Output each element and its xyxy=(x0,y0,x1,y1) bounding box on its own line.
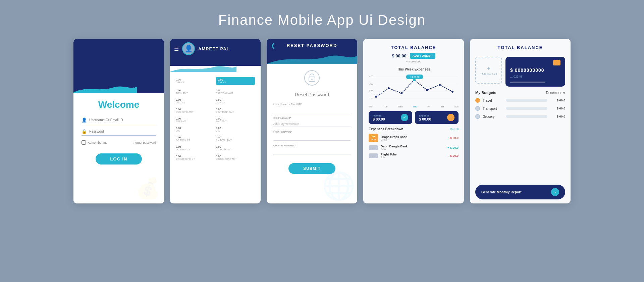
screen-budgets: TOTAL BALANCE + +Add your Card $ 0000000… xyxy=(470,39,571,203)
breakdown-date-1: 20Nov xyxy=(369,134,378,142)
email-input[interactable] xyxy=(273,107,351,113)
svg-point-14 xyxy=(375,96,377,98)
table-row: 0.00OTHER TONK CT 0.00OTHER TONK AMT xyxy=(174,154,257,161)
screen-profile: ☰ 👤 AMREET PAL 0.00 CAP CT xyxy=(170,39,261,203)
reset-header: ❮ RESET PASSWORD xyxy=(267,39,357,52)
profile-table: 0.00 CAP CT 0.00 CAP CT 0.00TONK xyxy=(173,74,257,163)
add-card-box[interactable]: + +Add your Card xyxy=(475,57,502,84)
new-password-label: New Password* xyxy=(273,130,351,133)
card-area: + +Add your Card $ 0000000000 ....02345 xyxy=(470,57,571,87)
reset-wave-container xyxy=(267,52,357,64)
income-amount: $ 00.00 xyxy=(373,117,385,121)
remember-label: Remember me xyxy=(88,141,108,144)
password-input[interactable] xyxy=(89,130,156,133)
confirm-password-input[interactable] xyxy=(273,149,351,154)
income-check-icon: ✓ xyxy=(401,114,408,121)
table-header-2-active: 0.00 CAP CT xyxy=(214,76,257,86)
breakdown-date-2: ··· xyxy=(369,145,378,150)
month-selector[interactable]: December ∨ xyxy=(546,91,565,95)
remember-me-group: Remember me xyxy=(82,140,108,145)
avatar: 👤 xyxy=(182,42,195,55)
card-dots: ....02345 xyxy=(510,75,560,78)
breakdown-item-3: ··· Flight Tolie Tolie - $ 00.0 xyxy=(369,153,459,158)
breakdown-info-3: Flight Tolie Tolie xyxy=(381,153,445,158)
generate-btn-label: Generate Monthly Report xyxy=(481,190,521,194)
reset-title: RESET PASSWORD xyxy=(287,43,337,48)
screen-reset: ❮ RESET PASSWORD Reset Password User Nam… xyxy=(267,39,357,203)
email-field-label: User Name or Email ID* xyxy=(273,103,351,106)
add-funds-button[interactable]: ADD FUNDS › xyxy=(410,53,435,59)
chart-day-sat: Sat xyxy=(440,105,444,108)
screen-login: Welcome 👤 🔒 Remember me Forgot password … xyxy=(73,39,164,203)
table-row: 0.00REF AMT 0.00PAID AMT xyxy=(174,116,257,124)
budgets-section-title: My Budgets xyxy=(475,91,496,95)
table-row: 0.00DC TONK CT 0.00DC TONK AMT xyxy=(174,144,257,152)
svg-point-17 xyxy=(413,79,416,81)
back-icon[interactable]: ❮ xyxy=(271,42,275,49)
balance-header: TOTAL BALANCE $ 00.00 ADD FUNDS › + $ 00… xyxy=(363,39,464,66)
budget-item-grocery: Grocery $ 00.0 xyxy=(475,114,565,119)
screen-balance: TOTAL BALANCE $ 00.00 ADD FUNDS › + $ 00… xyxy=(363,39,464,203)
page-title: Finance Mobile App Ui Design xyxy=(218,12,426,28)
svg-point-2 xyxy=(311,79,313,80)
card-number: $ 0000000000 xyxy=(510,67,560,73)
email-field-group: User Name or Email ID* xyxy=(273,103,351,113)
add-card-label: +Add your Card xyxy=(480,73,497,75)
generate-btn-arrow-icon: › xyxy=(551,188,559,196)
transport-dot xyxy=(475,106,480,111)
forgot-password-link[interactable]: Forgot password xyxy=(133,141,156,144)
table-row: 0.00TONK AMT 0.00CAP TONK AMT xyxy=(174,88,257,95)
confirm-password-field-group: Confirm Password* xyxy=(273,144,351,154)
remember-checkbox[interactable] xyxy=(82,140,86,145)
profile-header-inner: ☰ 👤 AMREET PAL xyxy=(174,42,257,55)
see-all-link[interactable]: See all xyxy=(450,128,459,131)
breakdown-title: Expenses Breakdown xyxy=(369,127,403,131)
screens-container: Welcome 👤 🔒 Remember me Forgot password … xyxy=(0,39,644,203)
username-row: 👤 xyxy=(82,117,156,124)
svg-text:+ $ 00.00: + $ 00.00 xyxy=(410,76,419,78)
svg-point-18 xyxy=(426,89,428,91)
generate-monthly-report-button[interactable]: Generate Monthly Report › xyxy=(475,185,565,199)
svg-point-0 xyxy=(305,70,319,85)
breakdown-amount-1: - $ 00.0 xyxy=(448,136,459,140)
table-header-1: 0.00 CAP CT xyxy=(174,76,214,86)
svg-point-19 xyxy=(439,84,441,86)
chart-day-tue: Tue xyxy=(383,105,387,108)
add-card-plus-icon: + xyxy=(487,65,490,72)
grocery-label: Grocery xyxy=(483,115,503,119)
svg-point-20 xyxy=(451,91,453,93)
travel-dot xyxy=(475,98,480,103)
week-expenses-title: This Week Expenses xyxy=(397,67,430,71)
expense-up-icon: ↑ xyxy=(447,114,454,121)
expense-label: Expense xyxy=(419,114,431,117)
grocery-bar xyxy=(506,115,547,118)
income-label: Income xyxy=(373,114,385,117)
breakdown-amount-2: + $ 00.0 xyxy=(447,146,459,149)
chart-area: 400 300 200 10 + $ 00.00 xyxy=(363,73,464,105)
login-welcome: Welcome xyxy=(98,99,139,110)
old-password-field-group: Old Password* xyxy=(273,116,351,127)
credit-card: $ 0000000000 ....02345 xyxy=(505,57,565,87)
budget-item-transport: Transport $ 00.0 xyxy=(475,106,565,111)
svg-text:200: 200 xyxy=(369,90,373,92)
new-password-input[interactable] xyxy=(273,135,351,141)
svg-text:10: 10 xyxy=(369,97,372,100)
profile-name: AMREET PAL xyxy=(198,46,230,51)
svg-text:300: 300 xyxy=(369,83,373,85)
login-button[interactable]: LOG IN xyxy=(96,153,142,164)
grocery-amount: $ 00.0 xyxy=(550,115,565,118)
card-bar xyxy=(510,82,545,83)
transport-bar xyxy=(506,107,547,110)
profile-body: 0.00 CAP CT 0.00 CAP CT 0.00TONK xyxy=(170,66,261,203)
travel-label: Travel xyxy=(483,99,503,102)
grocery-dot xyxy=(475,114,480,119)
card-chip xyxy=(553,60,560,65)
hamburger-icon[interactable]: ☰ xyxy=(174,46,179,52)
username-input[interactable] xyxy=(89,118,156,122)
breakdown-info-2: Dabri Dangta Bank Bank xyxy=(381,145,445,150)
old-password-input[interactable] xyxy=(273,121,351,127)
reset-subtitle: Reset Password xyxy=(295,92,329,97)
balance-amount: $ 00.00 xyxy=(392,53,406,58)
travel-amount: $ 00.0 xyxy=(550,99,565,102)
breakdown-date-3: ··· xyxy=(369,153,378,158)
